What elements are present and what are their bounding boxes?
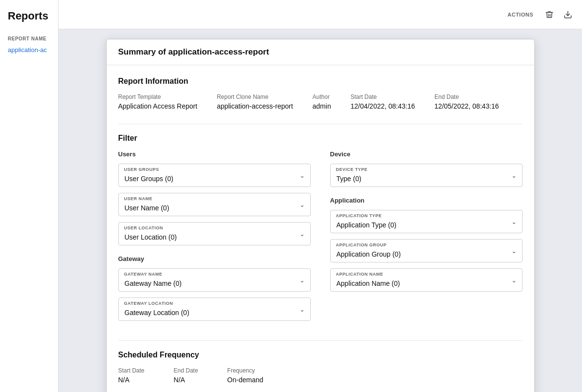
modal-header: Summary of application-access-report [107, 39, 534, 65]
application-type-label: APPLICATION TYPE [336, 213, 382, 218]
user-name-dropdown: USER NAME User Name (0) ⌄ [118, 193, 311, 216]
report-info-end: End Date 12/05/2022, 08:43:16 [434, 93, 499, 110]
sched-end-value: N/A [174, 376, 198, 384]
sidebar-report-link[interactable]: application-ac [0, 43, 58, 56]
author-value: admin [313, 102, 331, 110]
application-name-label: APPLICATION NAME [336, 272, 383, 277]
user-location-label: USER LOCATION [124, 225, 163, 230]
report-info-grid: Report Template Application Access Repor… [118, 93, 523, 110]
end-date-value: 12/05/2022, 08:43:16 [434, 102, 499, 110]
gateway-location-label: GATEWAY LOCATION [124, 301, 173, 306]
modal-body: Report Information Report Template Appli… [107, 65, 534, 392]
main-content: Summary of application-access-report Rep… [58, 29, 582, 392]
report-info-clone: Report Clone Name application-access-rep… [217, 93, 293, 110]
user-groups-label: USER GROUPS [124, 167, 159, 172]
actions-label: ACTIONS [507, 12, 533, 18]
users-label: Users [118, 150, 311, 158]
scheduled-end: End Date N/A [174, 367, 198, 384]
device-type-dropdown: DEVICE TYPE Type (0) ⌄ [330, 164, 523, 187]
device-type-label: DEVICE TYPE [336, 167, 368, 172]
user-name-label: USER NAME [124, 196, 153, 201]
scheduled-title: Scheduled Frequency [118, 351, 523, 359]
end-date-label: End Date [434, 93, 499, 100]
filter-title: Filter [118, 134, 523, 143]
summary-modal: Summary of application-access-report Rep… [106, 39, 535, 392]
download-button[interactable] [562, 8, 574, 21]
delete-button[interactable] [543, 8, 556, 21]
gateway-name-label: GATEWAY NAME [124, 272, 163, 277]
author-label: Author [313, 93, 331, 100]
scheduled-section: Scheduled Frequency Start Date N/A End D… [118, 351, 523, 384]
report-info-template: Report Template Application Access Repor… [118, 93, 198, 110]
filter-col-right: Device DEVICE TYPE Type (0) ⌄ Applicat [330, 150, 523, 327]
clone-label: Report Clone Name [217, 93, 293, 100]
sidebar: Reports REPORT NAME application-ac [0, 0, 58, 392]
sidebar-title: Reports [0, 10, 58, 32]
clone-value: application-access-report [217, 102, 293, 110]
sched-end-label: End Date [174, 367, 198, 374]
sched-start-label: Start Date [118, 367, 145, 374]
sched-freq-value: On-demand [227, 376, 263, 384]
report-info-start: Start Date 12/04/2022, 08:43:16 [351, 93, 415, 110]
divider-2 [118, 340, 523, 341]
start-date-label: Start Date [351, 93, 415, 100]
template-label: Report Template [118, 93, 198, 100]
start-date-value: 12/04/2022, 08:43:16 [351, 102, 415, 110]
filter-col-left: Users USER GROUPS User Groups (0) ⌄ [118, 150, 311, 327]
report-info-author: Author admin [313, 93, 331, 110]
application-type-dropdown: APPLICATION TYPE Application Type (0) ⌄ [330, 210, 523, 233]
sidebar-table-header: REPORT NAME [0, 32, 58, 43]
user-groups-dropdown: USER GROUPS User Groups (0) ⌄ [118, 164, 311, 187]
application-name-dropdown: APPLICATION NAME Application Name (0) ⌄ [330, 268, 523, 292]
application-label: Application [330, 197, 523, 204]
sched-start-value: N/A [118, 376, 145, 384]
application-group-dropdown: APPLICATION GROUP Application Group (0) … [330, 239, 523, 262]
right-panel: ACTIONS Summary o [58, 0, 582, 392]
divider-1 [118, 124, 523, 124]
scheduled-start: Start Date N/A [118, 367, 145, 384]
template-value: Application Access Report [118, 102, 198, 110]
user-location-dropdown: USER LOCATION User Location (0) ⌄ [118, 222, 311, 245]
device-label: Device [330, 150, 523, 158]
gateway-location-dropdown: GATEWAY LOCATION Gateway Location (0) ⌄ [118, 298, 311, 321]
scheduled-frequency: Frequency On-demand [227, 367, 263, 384]
filter-section: Filter Users USER GROUPS User Groups (0) [118, 134, 523, 327]
actions-area: ACTIONS [507, 8, 574, 21]
modal-title: Summary of application-access-report [118, 47, 269, 56]
top-bar: ACTIONS [58, 0, 582, 29]
gateway-name-dropdown: GATEWAY NAME Gateway Name (0) ⌄ [118, 268, 311, 292]
filter-columns: Users USER GROUPS User Groups (0) ⌄ [118, 150, 523, 327]
sched-freq-label: Frequency [227, 367, 263, 374]
scheduled-grid: Start Date N/A End Date N/A Frequency On… [118, 367, 523, 384]
application-group-label: APPLICATION GROUP [336, 243, 387, 247]
gateway-label: Gateway [118, 255, 311, 262]
report-information-title: Report Information [118, 77, 523, 86]
